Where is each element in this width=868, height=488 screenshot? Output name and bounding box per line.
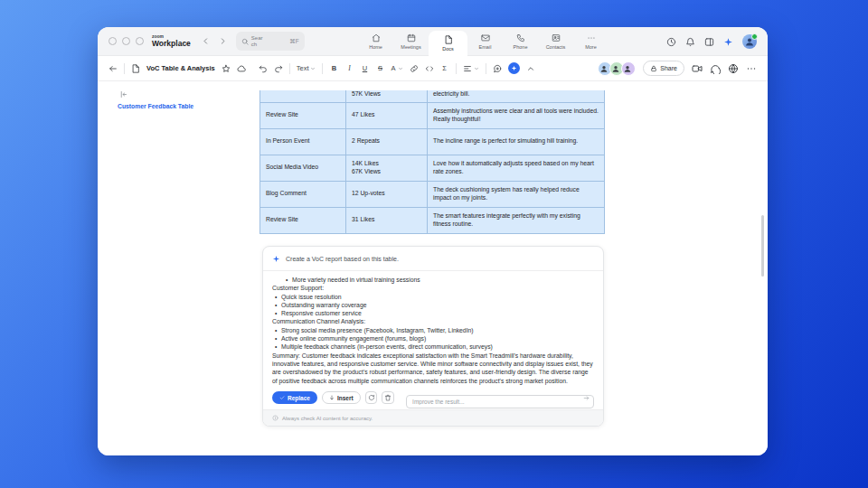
chevron-down-icon bbox=[310, 66, 316, 71]
collaborator-avatars bbox=[598, 61, 636, 76]
text-color-dropdown[interactable]: A bbox=[391, 64, 402, 72]
history-forward-button[interactable] bbox=[219, 37, 227, 45]
redo-button[interactable] bbox=[274, 64, 283, 73]
nav-tab-email[interactable]: Email bbox=[467, 27, 503, 56]
submit-arrow-icon[interactable] bbox=[583, 395, 590, 401]
improve-result-input[interactable] bbox=[406, 395, 594, 408]
align-icon bbox=[463, 64, 472, 73]
search-icon bbox=[241, 38, 249, 45]
source-cell[interactable]: Social Media Video bbox=[260, 155, 346, 181]
chevron-up-icon bbox=[526, 64, 535, 73]
collapse-toolbar-button[interactable] bbox=[526, 64, 535, 73]
more-icon bbox=[587, 33, 596, 42]
undo-button[interactable] bbox=[259, 64, 268, 73]
equation-button[interactable]: Σ bbox=[440, 64, 449, 72]
lock-icon bbox=[650, 65, 657, 72]
feedback-cell[interactable]: The deck cushioning system has really he… bbox=[428, 181, 605, 207]
table-row[interactable]: Social Media Video 14K Likes 67K Views L… bbox=[260, 155, 605, 181]
nav-tab-phone[interactable]: Phone bbox=[503, 27, 538, 56]
feedback-cell[interactable]: Love how it automatically adjusts speed … bbox=[428, 155, 605, 181]
nav-tab-docs[interactable]: Docs bbox=[429, 31, 467, 56]
redo-icon bbox=[274, 64, 283, 73]
primary-nav: Home Meetings Docs Email Phone Contacts … bbox=[358, 27, 609, 56]
improve-result-field[interactable] bbox=[406, 391, 594, 405]
nav-tab-contacts[interactable]: Contacts bbox=[538, 27, 573, 56]
table-row[interactable]: Review Site 31 Likes The smart features … bbox=[260, 207, 605, 233]
metric-cell[interactable]: 47 Likes bbox=[346, 102, 428, 128]
window-controls[interactable] bbox=[108, 37, 144, 45]
chat-icon[interactable] bbox=[710, 63, 721, 74]
online-status-dot bbox=[751, 33, 758, 40]
source-cell[interactable]: Review Site bbox=[260, 102, 346, 128]
share-button[interactable]: Share bbox=[643, 61, 684, 76]
add-comment-button[interactable] bbox=[493, 64, 502, 73]
nav-tab-more[interactable]: More bbox=[573, 27, 609, 56]
outline-link[interactable]: Customer Feedback Table bbox=[118, 103, 193, 109]
feedback-cell[interactable]: electricity bill. bbox=[428, 90, 605, 102]
history-back-button[interactable] bbox=[202, 37, 210, 45]
source-cell[interactable]: Blog Comment bbox=[260, 181, 346, 207]
minimize-window-button[interactable] bbox=[122, 37, 130, 45]
link-button[interactable] bbox=[410, 64, 419, 73]
feedback-cell[interactable]: The smart features integrate perfectly w… bbox=[428, 207, 605, 233]
user-avatar[interactable] bbox=[742, 34, 757, 49]
table-row[interactable]: In Person Event 2 Repeats The incline ra… bbox=[260, 128, 605, 155]
doc-type-icon bbox=[131, 64, 140, 73]
video-icon[interactable] bbox=[692, 63, 703, 74]
maximize-window-button[interactable] bbox=[136, 37, 144, 45]
metric-cell[interactable]: 31 Likes bbox=[346, 207, 428, 233]
titlebar-actions bbox=[666, 27, 757, 56]
search-input[interactable]: Search ⌘F bbox=[236, 32, 305, 51]
bold-button[interactable]: B bbox=[329, 64, 338, 72]
doc-toolbar: VoC Table & Analysis TextBIUSAΣ Share bbox=[98, 56, 768, 81]
replace-button[interactable]: Replace bbox=[272, 391, 317, 404]
underline-button[interactable]: U bbox=[360, 64, 369, 72]
code-icon bbox=[425, 64, 434, 73]
metric-cell[interactable]: 12 Up-votes bbox=[346, 181, 428, 207]
ai-sparkle-icon[interactable] bbox=[723, 37, 733, 47]
nav-tab-home[interactable]: Home bbox=[358, 27, 393, 56]
close-window-button[interactable] bbox=[108, 37, 117, 45]
delete-result-button[interactable] bbox=[382, 391, 394, 404]
history-icon[interactable] bbox=[666, 37, 676, 47]
home-icon bbox=[372, 33, 381, 42]
italic-button[interactable]: I bbox=[344, 64, 354, 72]
source-cell[interactable] bbox=[260, 90, 346, 102]
vertical-scrollbar[interactable] bbox=[761, 215, 764, 277]
info-icon bbox=[272, 415, 278, 421]
ai-result-line: More variety needed in virtual training … bbox=[272, 276, 594, 284]
table-row[interactable]: 57K Views electricity bill. bbox=[260, 90, 605, 102]
align-dropdown[interactable] bbox=[463, 64, 479, 73]
regenerate-button[interactable] bbox=[365, 391, 378, 404]
metric-cell[interactable]: 57K Views bbox=[346, 90, 428, 102]
more-options-icon[interactable] bbox=[746, 63, 757, 74]
nav-tab-meetings[interactable]: Meetings bbox=[393, 27, 429, 56]
strikethrough-button[interactable]: S bbox=[375, 64, 384, 72]
source-cell[interactable]: Review Site bbox=[260, 207, 346, 233]
text-style-dropdown[interactable]: Text bbox=[297, 64, 316, 72]
source-cell[interactable]: In Person Event bbox=[260, 128, 346, 155]
ai-companion-button[interactable] bbox=[508, 62, 520, 74]
ai-result-line: Active online community engagement (foru… bbox=[272, 334, 594, 343]
feedback-cell[interactable]: Assembly instructions were clear and all… bbox=[428, 102, 605, 128]
table-row[interactable]: Review Site 47 Likes Assembly instructio… bbox=[260, 102, 605, 128]
bell-icon[interactable] bbox=[685, 37, 695, 47]
format-toolbar: TextBIUSAΣ bbox=[259, 62, 535, 74]
metric-cell[interactable]: 2 Repeats bbox=[346, 128, 428, 155]
code-button[interactable] bbox=[425, 64, 434, 73]
ai-result-line: Strong social media presence (Facebook, … bbox=[272, 326, 594, 334]
feedback-cell[interactable]: The incline range is perfect for simulat… bbox=[428, 128, 605, 155]
insert-button[interactable]: Insert bbox=[322, 391, 361, 404]
mail-icon bbox=[481, 33, 490, 42]
table-row[interactable]: Blog Comment 12 Up-votes The deck cushio… bbox=[260, 181, 605, 207]
globe-icon[interactable] bbox=[728, 63, 739, 74]
ai-prompt-text: Create a VoC report based on this table. bbox=[286, 256, 399, 262]
ai-companion-button[interactable] bbox=[508, 62, 520, 74]
collaborator-avatar[interactable] bbox=[621, 61, 636, 76]
feedback-table[interactable]: 57K Views electricity bill. Review Site … bbox=[259, 90, 605, 234]
collapse-sidebar-icon[interactable] bbox=[119, 90, 127, 99]
metric-cell[interactable]: 14K Likes 67K Views bbox=[346, 155, 428, 181]
back-button[interactable] bbox=[108, 64, 118, 73]
favorite-star-icon[interactable] bbox=[222, 64, 231, 73]
sidebar-toggle-icon[interactable] bbox=[704, 37, 714, 47]
